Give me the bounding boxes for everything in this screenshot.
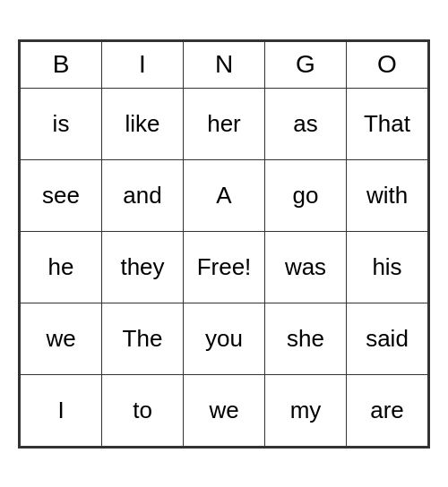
header-g: G <box>265 41 347 88</box>
cell-r3c2: they <box>102 231 184 303</box>
table-row: he they Free! was his <box>21 231 428 303</box>
cell-r5c3: we <box>184 374 265 446</box>
table-row: I to we my are <box>21 374 428 446</box>
cell-r2c1: see <box>21 159 102 231</box>
cell-r2c3: A <box>184 159 265 231</box>
cell-r5c2: to <box>102 374 184 446</box>
cell-r1c3: her <box>184 88 265 159</box>
cell-r4c5: said <box>347 303 428 374</box>
cell-r1c5: That <box>347 88 428 159</box>
header-row: B I N G O <box>21 41 428 88</box>
cell-r2c5: with <box>347 159 428 231</box>
header-o: O <box>347 41 428 88</box>
cell-r4c3: you <box>184 303 265 374</box>
cell-r1c2: like <box>102 88 184 159</box>
cell-r3c3-free: Free! <box>184 231 265 303</box>
header-b: B <box>21 41 102 88</box>
cell-r2c2: and <box>102 159 184 231</box>
cell-r1c4: as <box>265 88 347 159</box>
header-i: I <box>102 41 184 88</box>
cell-r3c5: his <box>347 231 428 303</box>
cell-r3c1: he <box>21 231 102 303</box>
table-row: we The you she said <box>21 303 428 374</box>
cell-r4c4: she <box>265 303 347 374</box>
cell-r2c4: go <box>265 159 347 231</box>
cell-r5c1: I <box>21 374 102 446</box>
cell-r1c1: is <box>21 88 102 159</box>
table-row: is like her as That <box>21 88 428 159</box>
table-row: see and A go with <box>21 159 428 231</box>
cell-r5c4: my <box>265 374 347 446</box>
cell-r3c4: was <box>265 231 347 303</box>
cell-r5c5: are <box>347 374 428 446</box>
bingo-card: B I N G O is like her as That see and A … <box>18 39 430 449</box>
cell-r4c2: The <box>102 303 184 374</box>
cell-r4c1: we <box>21 303 102 374</box>
header-n: N <box>184 41 265 88</box>
bingo-table: B I N G O is like her as That see and A … <box>20 41 428 447</box>
